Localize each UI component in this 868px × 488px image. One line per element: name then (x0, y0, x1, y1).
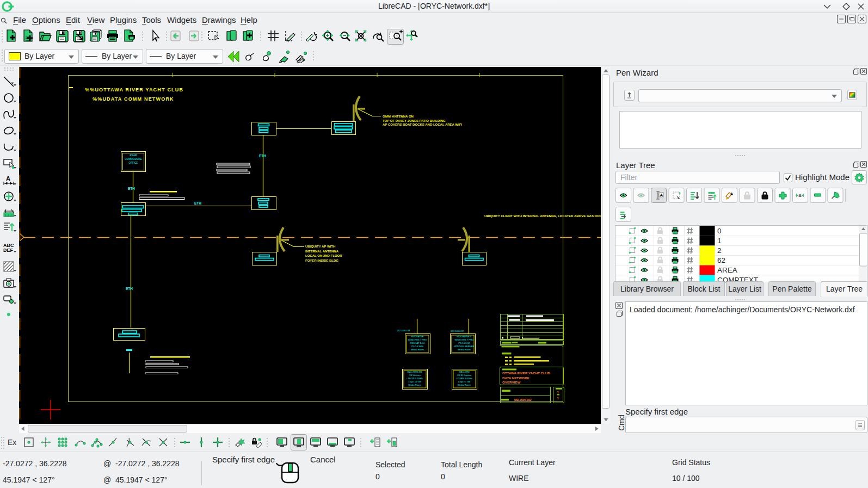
svg-text:OTTAWA RIVER YACHT CLUB: OTTAWA RIVER YACHT CLUB (502, 371, 550, 375)
svg-text:P8-3.2GHZ: P8-3.2GHZ (458, 342, 470, 344)
svg-text:A: A (6, 175, 10, 182)
svg-text:DEF: DEF (3, 248, 14, 253)
svg-text:ETH: ETH (194, 201, 201, 205)
svg-text:1: 1 (557, 396, 559, 400)
svg-text:MB-2025-002: MB-2025-002 (514, 398, 532, 401)
svg-text:0: 0 (717, 227, 722, 235)
svg-text:ETH: ETH (128, 187, 135, 190)
svg-text:AREA: AREA (717, 266, 737, 274)
svg-text:MAC-MINI: MAC-MINI (459, 370, 470, 373)
svg-text:OS Ventura: OS Ventura (409, 374, 421, 376)
svg-text:i-XEON 3.0GHz: i-XEON 3.0GHz (407, 377, 423, 380)
svg-text:COMMODORE: COMMODORE (125, 158, 141, 160)
svg-text:Logic 9, GB: Logic 9, GB (458, 380, 470, 383)
svg-text:2: 2 (717, 246, 722, 255)
svg-text:Media Room: Media Room (411, 348, 424, 351)
svg-text:OMNI ANTENNA ON: OMNI ANTENNA ON (383, 115, 414, 118)
svg-text:MAC-MINI-M4: MAC-MINI-M4 (408, 370, 422, 373)
svg-text:REAR: REAR (130, 154, 137, 157)
svg-text:UBIQUITY AP WITH: UBIQUITY AP WITH (305, 245, 335, 248)
svg-text:UBIQUITY CLIENT WITH INTERNAL: UBIQUITY CLIENT WITH INTERNAL ANTENNA, L… (484, 214, 601, 218)
svg-text:Media Room: Media Room (408, 384, 421, 386)
svg-text:%%UOTTAWA RIVER YACHT CLUB: %%UOTTAWA RIVER YACHT CLUB (85, 87, 183, 92)
svg-text:A: A (730, 192, 733, 196)
svg-text:1: 1 (717, 237, 722, 245)
svg-text:WINDOWS 7 PRO: WINDOWS 7 PRO (408, 338, 428, 341)
svg-text:MUDVAYNE-X: MUDVAYNE-X (457, 335, 472, 338)
svg-text:A: A (799, 194, 802, 197)
svg-text:AP COVERS BOAT DOCKS AND LOCAL: AP COVERS BOAT DOCKS AND LOCAL AREA WIFI (383, 123, 462, 126)
svg-text:i-CORE 3.0GHz: i-CORE 3.0GHz (456, 377, 472, 380)
svg-text:WIN 2000 SERVER: WIN 2000 SERVER (454, 345, 475, 348)
svg-text:Media Room: Media Room (458, 348, 471, 351)
svg-text:REDHAT E4.0: REDHAT E4.0 (410, 342, 425, 344)
svg-text:Ex: Ex (8, 438, 16, 447)
svg-text:ETH: ETH (259, 154, 266, 158)
svg-text:DATA NETWORK: DATA NETWORK (502, 376, 530, 380)
svg-text:FOYER INSIDE BLDG: FOYER INSIDE BLDG (305, 259, 338, 262)
svg-text:A: A (660, 193, 663, 197)
svg-text:%%UDATA COMM NETWORK: %%UDATA COMM NETWORK (93, 96, 174, 102)
svg-text:TOP OF DAVEY JONES PATIO BUILD: TOP OF DAVEY JONES PATIO BUILDING (383, 119, 446, 122)
svg-text:Media Room: Media Room (458, 384, 471, 386)
svg-text:1: 1 (557, 390, 559, 394)
svg-text:OVERVIEW: OVERVIEW (502, 380, 520, 384)
svg-text:MUDVAYNE: MUDVAYNE (411, 335, 423, 338)
svg-text:62: 62 (717, 256, 725, 264)
svg-text:OS El Capitan: OS El Capitan (457, 374, 472, 376)
svg-text:ETH: ETH (126, 287, 133, 291)
svg-text:INTERNAL ANTENNA: INTERNAL ANTENNA (305, 250, 339, 253)
svg-text:LOCAL ON 2ND FLOOR: LOCAL ON 2ND FLOOR (305, 254, 342, 257)
svg-text:192.168.0.97: 192.168.0.97 (451, 330, 464, 332)
svg-text:WINDOWS 7 PRO: WINDOWS 7 PRO (455, 338, 475, 341)
svg-text:PLC & WIN: PLC & WIN (411, 345, 423, 348)
svg-text:OFFICE: OFFICE (129, 162, 138, 164)
svg-text:Logic 16 GB: Logic 16 GB (408, 380, 421, 383)
svg-text:192.168.0.98: 192.168.0.98 (397, 329, 410, 332)
